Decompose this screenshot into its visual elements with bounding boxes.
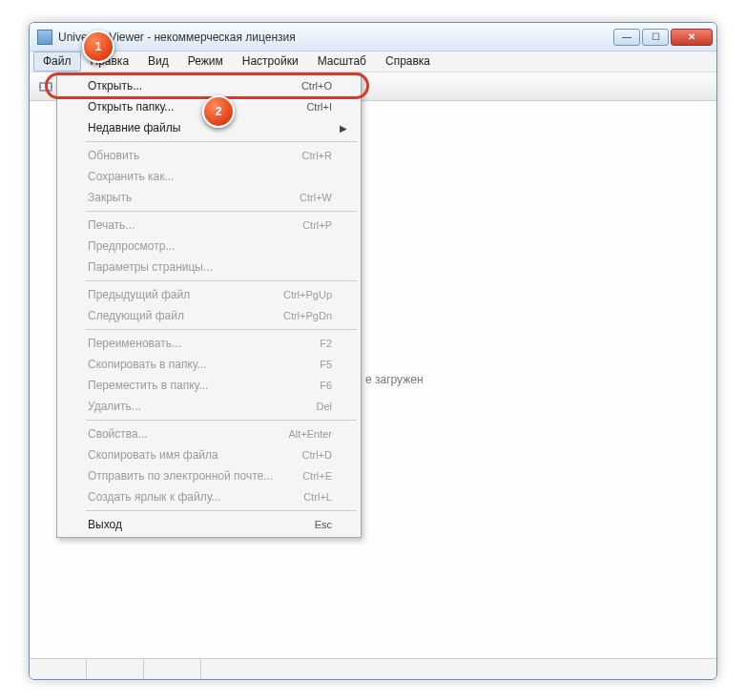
- menu-item-label: Открыть папку...: [88, 100, 306, 113]
- statusbar: [30, 658, 716, 679]
- menu-view[interactable]: Вид: [138, 51, 178, 72]
- menu-item: Отправить по электронной почте...Ctrl+E: [59, 465, 359, 486]
- menu-item-label: Параметры страницы...: [88, 260, 332, 274]
- menu-item: Свойства...Alt+Enter: [59, 423, 359, 444]
- content-placeholder: е загружен: [365, 373, 424, 386]
- menu-item-shortcut: Ctrl+PgUp: [283, 289, 332, 300]
- menu-separator: [86, 329, 357, 330]
- menu-item-label: Закрыть: [88, 191, 300, 204]
- menu-item-label: Следующий файл: [88, 309, 283, 322]
- titlebar[interactable]: Universal Viewer - некоммерческая лиценз…: [30, 23, 716, 51]
- menu-item: Скопировать в папку...F5: [59, 354, 359, 375]
- menu-file[interactable]: Файл: [33, 51, 81, 72]
- menu-item-shortcut: F5: [320, 359, 332, 370]
- file-menu-dropdown: Открыть...Ctrl+OОткрыть папку...Ctrl+IНе…: [56, 72, 362, 538]
- menu-item-shortcut: Del: [316, 401, 332, 412]
- menu-item-shortcut: Alt+Enter: [288, 428, 332, 440]
- menu-item: Сохранить как...: [59, 166, 359, 187]
- menu-item-shortcut: Ctrl+R: [302, 150, 332, 161]
- menu-item-label: Предпросмотр...: [88, 239, 332, 253]
- menu-item: Переименовать...F2: [59, 333, 359, 354]
- menu-item[interactable]: Открыть...Ctrl+O: [59, 75, 359, 96]
- menu-item: Печать...Ctrl+P: [59, 215, 359, 236]
- minimize-button[interactable]: —: [613, 29, 640, 46]
- menu-item-label: Обновить: [88, 149, 302, 162]
- menu-item-label: Скопировать имя файла: [88, 448, 302, 462]
- menu-item-label: Открыть...: [88, 79, 301, 93]
- callout-badge-1: 1: [82, 31, 114, 63]
- menu-item: ЗакрытьCtrl+W: [59, 187, 359, 208]
- menu-item-shortcut: Ctrl+L: [303, 491, 332, 503]
- menu-item: Переместить в папку...F6: [59, 375, 359, 396]
- menu-item-shortcut: Ctrl+P: [302, 219, 332, 231]
- menu-item-label: Выход: [88, 518, 315, 531]
- menu-item: Скопировать имя файлаCtrl+D: [59, 444, 359, 465]
- callout-badge-2: 2: [202, 95, 235, 128]
- menu-item-label: Скопировать в папку...: [88, 358, 320, 371]
- submenu-arrow-icon: ▶: [340, 123, 347, 134]
- menu-separator: [86, 280, 357, 281]
- menu-item-shortcut: Esc: [315, 519, 332, 530]
- menu-item: Предпросмотр...: [59, 236, 359, 257]
- menu-item-label: Переименовать...: [88, 337, 320, 350]
- menu-separator: [86, 211, 357, 212]
- menubar: Файл Правка Вид Режим Настройки Масштаб …: [30, 51, 716, 72]
- menu-item: ОбновитьCtrl+R: [59, 145, 359, 166]
- menu-item: Следующий файлCtrl+PgDn: [59, 305, 359, 326]
- menu-item-label: Сохранить как...: [88, 170, 332, 183]
- menu-separator: [86, 141, 357, 142]
- fit-width-icon[interactable]: [35, 76, 56, 97]
- menu-item-label: Печать...: [88, 218, 302, 232]
- svg-rect-0: [40, 83, 52, 91]
- menu-item: Предыдущий файлCtrl+PgUp: [59, 284, 359, 305]
- menu-item-shortcut: Ctrl+PgDn: [283, 310, 332, 321]
- menu-item-label: Переместить в папку...: [88, 379, 320, 392]
- menu-item-shortcut: Ctrl+E: [302, 470, 332, 482]
- menu-item-shortcut: Ctrl+I: [306, 101, 332, 113]
- close-button[interactable]: ✕: [671, 29, 713, 46]
- menu-item-shortcut: Ctrl+D: [302, 449, 332, 461]
- menu-item-label: Свойства...: [88, 427, 288, 441]
- menu-item-label: Отправить по электронной почте...: [88, 469, 302, 483]
- menu-item-shortcut: Ctrl+O: [301, 80, 332, 92]
- menu-item: Создать ярлык к файлу...Ctrl+L: [59, 486, 359, 507]
- menu-item-shortcut: F6: [320, 380, 332, 391]
- window-title: Universal Viewer - некоммерческая лиценз…: [58, 31, 613, 44]
- menu-item: Удалить...Del: [59, 396, 359, 417]
- menu-item-label: Создать ярлык к файлу...: [88, 490, 303, 504]
- menu-item-shortcut: F2: [320, 338, 332, 349]
- menu-item[interactable]: ВыходEsc: [59, 514, 359, 535]
- menu-item-label: Удалить...: [88, 400, 316, 413]
- menu-help[interactable]: Справка: [376, 51, 440, 72]
- menu-mode[interactable]: Режим: [178, 51, 233, 72]
- menu-separator: [86, 420, 357, 421]
- app-icon: [37, 30, 52, 45]
- menu-settings[interactable]: Настройки: [233, 51, 308, 72]
- maximize-button[interactable]: ☐: [642, 29, 669, 46]
- menu-item: Параметры страницы...: [59, 257, 359, 278]
- menu-zoom[interactable]: Масштаб: [308, 51, 376, 72]
- menu-item-label: Предыдущий файл: [88, 288, 283, 301]
- menu-item-shortcut: Ctrl+W: [300, 192, 332, 203]
- menu-separator: [86, 510, 357, 511]
